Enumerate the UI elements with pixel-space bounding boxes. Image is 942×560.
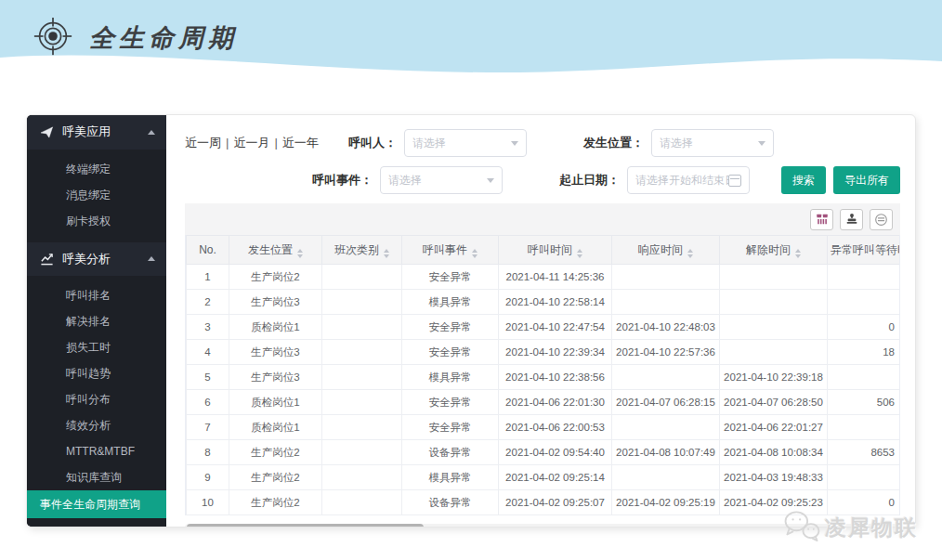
collapse-caret-icon	[148, 130, 155, 135]
table-cell: 安全异常	[402, 415, 499, 440]
caller-select[interactable]: 请选择	[404, 129, 527, 157]
event-select[interactable]: 请选择	[380, 166, 503, 194]
content-area: 近一周|近一月|近一年 呼叫人： 请选择 发生位置： 请选择 呼叫事件： 请选择…	[166, 115, 915, 527]
print-button[interactable]	[870, 209, 893, 230]
quick-range-link[interactable]: 近一年	[282, 136, 319, 150]
sidebar-item[interactable]: 终端绑定	[27, 156, 166, 182]
table-cell: 2021-04-06 22:00:53	[499, 415, 612, 440]
sidebar-item[interactable]: 呼叫排名	[27, 282, 166, 308]
calendar-icon	[728, 175, 741, 187]
column-header[interactable]: 呼叫事件	[402, 236, 499, 265]
date-range-input[interactable]: 请选择开始和结束日期	[627, 166, 750, 194]
export-stamp-button[interactable]	[840, 209, 863, 230]
table-cell: 生产岗位3	[229, 290, 322, 315]
filter-row-1: 近一周|近一月|近一年 呼叫人： 请选择 发生位置： 请选择	[185, 129, 900, 157]
table-cell: 1	[187, 265, 229, 290]
sidebar-item[interactable]: 呼叫分布	[27, 386, 166, 412]
table-cell: 生产岗位2	[229, 490, 322, 515]
chevron-down-icon	[511, 141, 518, 146]
sidebar-item-active[interactable]: 事件全生命周期查询	[27, 490, 166, 518]
separator: |	[226, 136, 229, 150]
table-cell: 2021-04-03 19:48:33	[720, 465, 828, 490]
table-cell: 生产岗位2	[229, 465, 322, 490]
sidebar-item[interactable]: 呼叫趋势	[27, 360, 166, 386]
sidebar-item[interactable]: MTTR&MTBF	[27, 438, 166, 464]
page-banner: 全生命周期	[0, 0, 942, 74]
export-all-button[interactable]: 导出所有	[833, 166, 900, 194]
sort-icon	[297, 249, 303, 258]
wechat-icon	[782, 510, 821, 545]
table-cell: 设备异常	[402, 490, 499, 515]
table-cell: 设备异常	[402, 440, 499, 465]
table-row: 1生产岗位2安全异常2021-04-11 14:25:36	[187, 265, 901, 290]
column-header[interactable]: 发生位置	[229, 236, 322, 265]
table-cell	[828, 415, 901, 440]
quick-range-link[interactable]: 近一月	[233, 136, 269, 150]
table-row: 8生产岗位2设备异常2021-04-02 09:54:402021-04-08 …	[187, 440, 901, 465]
sidebar-item[interactable]: 解决排名	[27, 308, 166, 334]
table-cell: 4	[187, 340, 229, 365]
table-row: 3质检岗位1安全异常2021-04-10 22:47:542021-04-10 …	[187, 315, 901, 340]
table-cell: 2	[187, 290, 229, 315]
table-cell	[720, 340, 828, 365]
table-cell: 安全异常	[402, 315, 499, 340]
table-cell: 10	[187, 490, 229, 515]
print-icon	[874, 213, 888, 227]
table-toolbar	[185, 203, 900, 235]
table-body: 1生产岗位2安全异常2021-04-11 14:25:362生产岗位3模具异常2…	[187, 265, 901, 515]
table-cell: 2021-04-08 10:07:49	[612, 440, 720, 465]
table-cell	[322, 415, 402, 440]
table-cell: 2021-04-06 22:01:27	[720, 415, 828, 440]
table-cell: 模具异常	[402, 365, 499, 390]
scrollbar-thumb[interactable]	[187, 524, 424, 527]
table-cell: 2021-04-08 10:08:34	[720, 440, 828, 465]
table-header-row: No.发生位置班次类别呼叫事件呼叫时间响应时间解除时间异常呼叫等待时间	[187, 236, 901, 265]
table-row: 6质检岗位1安全异常2021-04-06 22:01:302021-04-07 …	[187, 390, 901, 415]
sort-icon	[577, 249, 582, 258]
wave-decoration	[0, 49, 942, 75]
sidebar-item[interactable]: 知识库查询	[27, 464, 166, 490]
column-header[interactable]: 呼叫时间	[499, 236, 612, 265]
sidebar-item[interactable]: 刷卡授权	[27, 208, 166, 234]
column-header[interactable]: 响应时间	[612, 236, 720, 265]
sidebar-item[interactable]: 消息绑定	[27, 182, 166, 208]
sort-icon	[795, 249, 801, 258]
search-button[interactable]: 搜索	[781, 166, 826, 194]
table-cell: 安全异常	[402, 340, 499, 365]
location-select[interactable]: 请选择	[651, 129, 774, 157]
quick-range-links: 近一周|近一月|近一年	[185, 135, 332, 151]
table-cell: 2021-04-07 06:28:50	[720, 390, 828, 415]
table-cell: 2021-04-10 22:58:14	[499, 290, 612, 315]
collapse-caret-icon	[148, 256, 155, 261]
column-header[interactable]: 异常呼叫等待时间	[828, 236, 901, 265]
table-cell: 2021-04-10 22:38:56	[499, 365, 612, 390]
table-cell: 2021-04-10 22:47:54	[499, 315, 612, 340]
app-icon	[40, 125, 54, 139]
table-cell	[720, 265, 828, 290]
location-label: 发生位置：	[579, 135, 644, 151]
table-cell: 18	[828, 340, 901, 365]
columns-button[interactable]	[810, 209, 833, 230]
table-cell: 2021-04-02 09:25:19	[612, 490, 720, 515]
table-cell: 3	[187, 315, 229, 340]
sidebar-section-label: 呼美应用	[62, 124, 139, 140]
events-table: No.发生位置班次类别呼叫事件呼叫时间响应时间解除时间异常呼叫等待时间 1生产岗…	[186, 235, 900, 515]
table-cell: 2021-04-06 22:01:30	[499, 390, 612, 415]
table-cell: 9	[187, 465, 229, 490]
column-header[interactable]: 解除时间	[720, 236, 828, 265]
sidebar-item[interactable]: 绩效分析	[27, 412, 166, 438]
sidebar-section-header-1[interactable]: 呼美分析	[27, 242, 166, 277]
analysis-icon	[40, 252, 54, 266]
sidebar-item[interactable]: 损失工时	[27, 334, 166, 360]
columns-icon	[816, 213, 829, 226]
quick-range-link[interactable]: 近一周	[185, 136, 221, 150]
brand-name: 凌犀物联	[825, 514, 918, 542]
table-cell: 2021-04-10 22:39:18	[720, 365, 828, 390]
sidebar: 呼美应用终端绑定消息绑定刷卡授权呼美分析呼叫排名解决排名损失工时呼叫趋势呼叫分布…	[27, 115, 166, 527]
table-cell: 2021-04-10 22:57:36	[612, 340, 720, 365]
table-cell	[322, 490, 402, 515]
table-cell: 质检岗位1	[229, 390, 322, 415]
sidebar-section-header-0[interactable]: 呼美应用	[27, 115, 166, 150]
table-cell	[322, 265, 402, 290]
column-header[interactable]: 班次类别	[322, 236, 402, 265]
